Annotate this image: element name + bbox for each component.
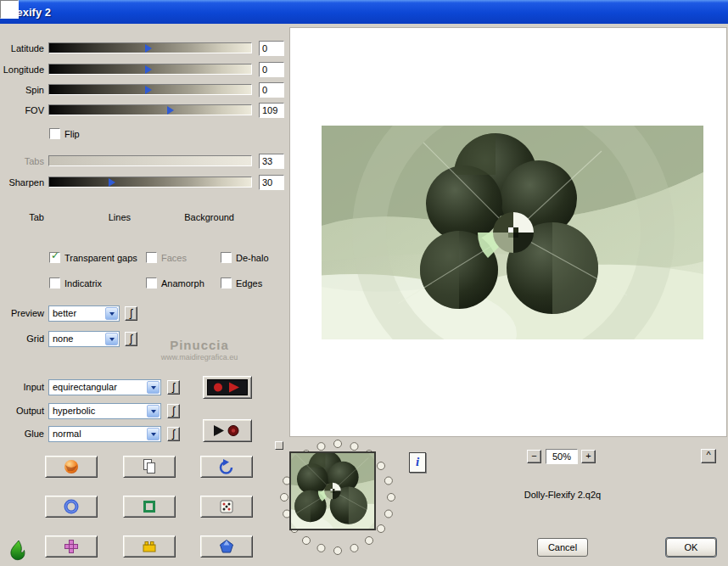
output-select[interactable]: hyperbolic [48, 403, 161, 419]
glue-select-label: Glue [0, 429, 44, 439]
longitude-slider[interactable] [48, 64, 252, 75]
transparent-gaps-label: Transparent gaps [64, 253, 137, 263]
play-disc-icon [207, 423, 248, 439]
plus-icon [63, 538, 80, 555]
edges-box[interactable] [221, 277, 232, 289]
sphere-icon [63, 458, 80, 475]
latitude-slider[interactable] [48, 42, 252, 53]
navigator-thumbnail[interactable] [289, 451, 376, 530]
preview-random-button[interactable]: ʃ [125, 306, 137, 321]
copy-button[interactable] [123, 456, 176, 478]
spin-value-input[interactable]: 0 [259, 82, 284, 98]
de-halo-box[interactable] [221, 252, 232, 263]
tabs-slider [48, 155, 252, 166]
fov-label: FOV [0, 105, 44, 115]
lego-icon [141, 538, 158, 555]
latitude-value-input[interactable]: 0 [259, 41, 284, 56]
output-select-value: hyperbolic [53, 406, 95, 416]
latitude-slider-thumb[interactable] [145, 44, 152, 53]
fov-row: FOV 109 [0, 103, 288, 118]
anamorph-label: Anamorph [161, 278, 204, 289]
longitude-row: Longitude 0 [0, 62, 288, 77]
grid-select-label: Grid [0, 333, 44, 344]
chevron-down-icon[interactable] [105, 307, 118, 320]
glue-random-button[interactable]: ʃ [167, 427, 180, 441]
anamorph-box[interactable] [146, 277, 157, 289]
dice-icon [218, 498, 235, 515]
chevron-down-icon[interactable] [147, 381, 160, 394]
spin-row: Spin 0 [0, 82, 288, 98]
input-random-button[interactable]: ʃ [167, 380, 180, 395]
fov-value-input[interactable]: 109 [259, 103, 284, 118]
preview-panel [289, 27, 727, 437]
sharpen-slider-thumb[interactable] [109, 178, 115, 187]
zoom-in-button[interactable]: + [581, 450, 596, 463]
background-color-swatch[interactable] [0, 0, 19, 19]
chevron-down-icon[interactable] [105, 333, 118, 345]
square-icon [141, 498, 158, 515]
fov-slider[interactable] [48, 104, 252, 115]
zoom-level: 50% [546, 449, 578, 464]
grid-select-value: none [53, 333, 73, 344]
undo-button[interactable] [200, 456, 253, 478]
chevron-down-icon[interactable] [147, 405, 160, 417]
cancel-button[interactable]: Cancel [537, 538, 588, 557]
gem-icon [218, 538, 235, 555]
tabs-label: Tabs [0, 156, 44, 166]
preview-image[interactable] [322, 126, 703, 339]
sphere-button[interactable] [45, 456, 98, 478]
brick-button[interactable] [123, 535, 176, 558]
flexify-dialog: Flexify 2 Latitude 0 Longitude 0 Spin 0 … [0, 0, 728, 566]
flip-label: Flip [64, 129, 80, 139]
spin-slider[interactable] [48, 84, 252, 95]
red-play-icon [207, 379, 248, 395]
copy-icon [141, 458, 158, 475]
input-select-label: Input [0, 382, 44, 392]
output-select-label: Output [0, 406, 44, 416]
flip-checkbox-box[interactable] [49, 128, 60, 139]
torus-button[interactable] [45, 496, 98, 518]
lines-color-label: Lines [88, 212, 131, 222]
info-button[interactable]: i [409, 452, 426, 473]
gem-button[interactable] [200, 535, 253, 558]
check-mark-icon: ✓ [51, 249, 59, 261]
sharpen-value-input[interactable]: 30 [259, 175, 284, 190]
play-button[interactable] [203, 419, 252, 442]
tabs-row: Tabs 33 [0, 154, 288, 169]
torus-icon [63, 498, 80, 515]
sharpen-row: Sharpen 30 [0, 175, 288, 190]
longitude-value-input[interactable]: 0 [259, 62, 284, 77]
output-random-button[interactable]: ʃ [167, 404, 180, 418]
sharpen-label: Sharpen [0, 177, 44, 188]
fov-slider-thumb[interactable] [167, 106, 174, 115]
plus-shape-button[interactable] [45, 535, 98, 558]
title-bar[interactable]: Flexify 2 [0, 0, 728, 24]
zoom-out-button[interactable]: − [527, 450, 541, 463]
watermark-url: www.maidiregrafica.eu [132, 353, 267, 361]
input-select[interactable]: equirectangular [48, 379, 161, 395]
dice-button[interactable] [200, 496, 253, 518]
indicatrix-label: Indicatrix [64, 278, 102, 289]
render-dark-button[interactable] [203, 376, 252, 399]
faces-box [146, 252, 157, 263]
tabs-value-input[interactable]: 33 [259, 154, 284, 169]
glue-select[interactable]: normal [48, 426, 161, 442]
spin-slider-thumb[interactable] [145, 86, 152, 94]
transparent-gaps-box[interactable]: ✓ [49, 252, 60, 263]
longitude-slider-thumb[interactable] [145, 65, 152, 74]
flaming-pear-logo [7, 540, 29, 562]
sharpen-slider[interactable] [48, 177, 252, 188]
indicatrix-box[interactable] [49, 277, 60, 289]
ok-button[interactable]: OK [666, 538, 716, 557]
faces-label: Faces [161, 253, 187, 263]
grid-select[interactable]: none [48, 331, 120, 347]
watermark-name: Pinuccia [132, 338, 267, 352]
input-select-value: equirectangular [53, 382, 117, 392]
frame-button[interactable] [123, 496, 176, 518]
latitude-row: Latitude 0 [0, 41, 288, 56]
preview-select[interactable]: better [48, 305, 120, 322]
chevron-down-icon[interactable] [147, 428, 160, 440]
spin-label: Spin [0, 85, 44, 95]
collapse-button[interactable]: ^ [701, 449, 716, 463]
longitude-label: Longitude [0, 64, 44, 75]
